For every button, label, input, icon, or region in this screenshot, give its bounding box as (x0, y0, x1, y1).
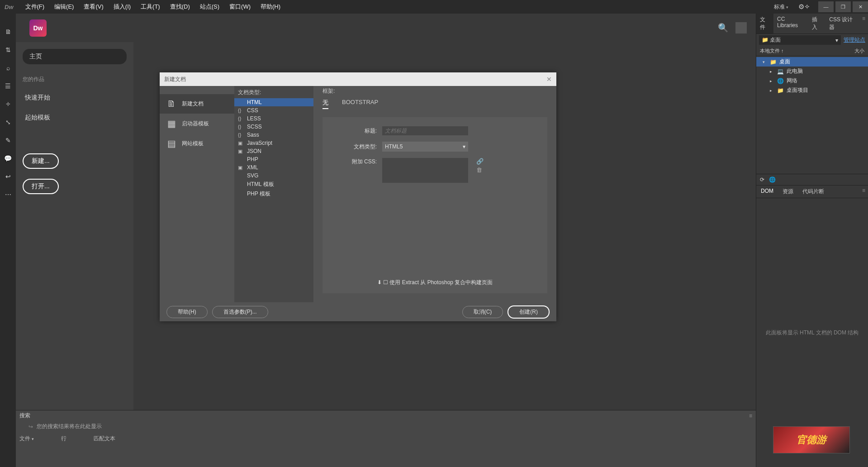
maximize-button[interactable]: ❐ (835, 1, 851, 12)
doctype-icon: {} (238, 108, 244, 113)
workspace-dropdown[interactable]: 标准 (770, 2, 792, 12)
tree-row[interactable]: ▸📁桌面项目 (756, 86, 868, 95)
panel-tab[interactable]: CC Libraries (773, 14, 808, 33)
doctype-item[interactable]: {}CSS (234, 106, 313, 114)
trash-icon[interactable]: 🗑 (476, 167, 484, 173)
col-line[interactable]: 行 (61, 435, 66, 443)
doctype-item[interactable]: PHP 模板 (234, 189, 313, 199)
wrap-icon[interactable]: ↩ (4, 172, 13, 181)
doctype-icon: ▣ (238, 140, 244, 146)
dom-tab[interactable]: DOM (756, 186, 778, 198)
menu-item[interactable]: 窗口(W) (227, 1, 253, 13)
title-input[interactable] (382, 126, 468, 135)
prefs-button[interactable]: 首选参数(P)... (212, 306, 268, 318)
sync-icon[interactable]: 🌐 (769, 176, 776, 183)
tree-caret-icon[interactable]: ▸ (770, 79, 774, 83)
search-results-body (16, 444, 756, 467)
header-close-button[interactable] (735, 22, 747, 33)
menu-item[interactable]: 文件(F) (23, 1, 47, 13)
css-list[interactable] (382, 158, 468, 183)
more-icon[interactable]: ⋯ (4, 190, 13, 199)
doctype-item[interactable]: PHP (234, 155, 313, 163)
dom-tab[interactable]: 资源 (778, 186, 798, 198)
col-local[interactable]: 本地文件 ↑ (760, 48, 854, 54)
panel-tab[interactable]: 文件 (756, 14, 773, 33)
quick-start-link[interactable]: 快速开始 (23, 90, 127, 105)
manage-sites-link[interactable]: 管理站点 (844, 36, 865, 44)
doctype-item[interactable]: HTML (234, 98, 313, 106)
document-icon[interactable]: 🗎 (4, 27, 13, 36)
refresh-icon[interactable]: ⟳ (760, 176, 764, 183)
col-file[interactable]: 文件 (19, 435, 34, 443)
create-button[interactable]: 创建(R) (508, 305, 550, 319)
files-source-dropdown[interactable]: 📁 桌面 ▾ (759, 35, 841, 45)
doctype-select[interactable]: HTML5 ▾ (382, 142, 468, 152)
menu-item[interactable]: 站点(S) (197, 1, 222, 13)
doctype-item[interactable]: ▣XML (234, 163, 313, 172)
doctype-item[interactable]: {}Sass (234, 131, 313, 139)
list-icon[interactable]: ☰ (4, 81, 13, 91)
sidebar-home[interactable]: 主页 (23, 49, 127, 64)
tree-caret-icon[interactable]: ▸ (770, 69, 774, 74)
dialog-close-icon[interactable]: ✕ (546, 76, 552, 83)
panel-tab[interactable]: 插入 (808, 14, 825, 33)
dialog-nav-item[interactable]: ▤网站模板 (160, 133, 234, 153)
menubar: Dw 文件(F)编辑(E)查看(V)插入(I)工具(T)查找(D)站点(S)窗口… (0, 0, 868, 14)
template-link[interactable]: 起始模板 (23, 110, 127, 125)
close-window-button[interactable]: ✕ (853, 1, 868, 12)
doctype-icon: ▣ (238, 165, 244, 171)
tree-row[interactable]: ▾📁桌面 (756, 57, 868, 67)
col-match[interactable]: 匹配文本 (94, 435, 115, 443)
app-logo-text: Dw (5, 4, 14, 10)
doctype-icon: {} (238, 116, 244, 121)
doctype-item[interactable]: ▣JavaScript (234, 139, 313, 147)
menu-item[interactable]: 工具(T) (138, 1, 163, 13)
dialog-nav-item[interactable]: ▦启动器模板 (160, 114, 234, 133)
tree-row[interactable]: ▸💻此电脑 (756, 67, 868, 76)
search-icon[interactable]: 🔍 (718, 23, 729, 33)
doctype-item[interactable]: {}LESS (234, 114, 313, 123)
doctype-item[interactable]: HTML 模板 (234, 180, 313, 189)
framework-tab[interactable]: BOOTSTRAP (342, 99, 378, 109)
cancel-button[interactable]: 取消(C) (462, 306, 503, 318)
swap-icon[interactable]: ⇅ (4, 45, 13, 54)
menu-items: 文件(F)编辑(E)查看(V)插入(I)工具(T)查找(D)站点(S)窗口(W)… (23, 1, 284, 13)
expand-icon[interactable]: ⤡ (4, 118, 13, 127)
menu-item[interactable]: 查找(D) (167, 1, 193, 13)
panel-tab[interactable]: CSS 设计器 (825, 14, 859, 33)
search-hint: ↪ 您的搜索结果将在此处显示 (16, 421, 756, 433)
doctype-item[interactable]: ▣JSON (234, 147, 313, 155)
tree-row[interactable]: ▸🌐网络 (756, 76, 868, 86)
files-actions: ⟳ 🌐 (756, 174, 868, 186)
comment-icon[interactable]: 💬 (4, 154, 13, 163)
dom-tab[interactable]: 代码片断 (798, 186, 829, 198)
link-icon[interactable]: 🔗 (476, 158, 484, 165)
tree-caret-icon[interactable]: ▾ (763, 60, 767, 64)
menu-item[interactable]: 查看(V) (81, 1, 106, 13)
search-menu-icon[interactable]: ≡ (749, 413, 752, 419)
folder-icon: 📁 (777, 87, 784, 94)
framework-tab[interactable]: 无 (323, 99, 328, 109)
open-button[interactable]: 打开... (23, 179, 59, 194)
inspect-icon[interactable]: ⌕ (4, 63, 13, 72)
new-button[interactable]: 新建... (23, 153, 59, 169)
tree-caret-icon[interactable]: ▸ (770, 88, 774, 93)
extract-option[interactable]: ⬇ ☐ 使用 Extract 从 Photoshop 复合中构建页面 (323, 279, 547, 286)
arrow-icon: ↪ (28, 424, 33, 430)
menu-item[interactable]: 帮助(H) (258, 1, 283, 13)
brush-icon[interactable]: ✎ (4, 136, 13, 145)
dom-menu-icon[interactable]: ≡ (859, 186, 868, 198)
target-icon[interactable]: ✧ (4, 100, 13, 109)
dialog-nav-item[interactable]: 🗎新建文档 (160, 94, 234, 114)
sync-icon[interactable]: ⚙✧ (798, 3, 810, 11)
help-button[interactable]: 帮助(H) (166, 306, 208, 318)
minimize-button[interactable]: — (818, 1, 834, 12)
col-size[interactable]: 大小 (854, 48, 864, 54)
start-sidebar: 主页 您的作品 快速开始 起始模板 新建... 打开... (16, 42, 133, 410)
doctype-item[interactable]: {}SCSS (234, 123, 313, 131)
dialog-right-panel: 框架: 无BOOTSTRAP 标题: 文档类型: HTML5 ▾ (313, 86, 556, 302)
menu-item[interactable]: 编辑(E) (52, 1, 76, 13)
menu-item[interactable]: 插入(I) (111, 1, 133, 13)
doctype-item[interactable]: SVG (234, 172, 313, 180)
panel-menu-icon[interactable]: ≡ (859, 14, 868, 33)
